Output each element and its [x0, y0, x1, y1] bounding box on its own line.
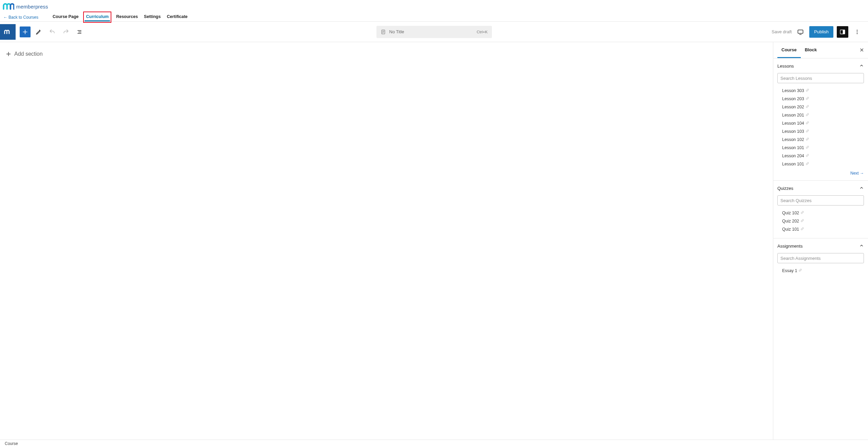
assignments-panel-title: Assignments — [777, 244, 802, 249]
quizzes-panel-title: Quizzes — [777, 186, 793, 191]
document-overview-button[interactable] — [74, 26, 85, 37]
link-icon — [806, 121, 809, 126]
list-item-label: Lesson 204 — [782, 154, 804, 158]
document-title-bar[interactable]: No Title Ctrl+K — [376, 26, 492, 38]
link-icon — [800, 227, 804, 232]
document-title-text: No Title — [389, 29, 404, 34]
svg-point-6 — [857, 33, 858, 34]
sidebar-tab-course[interactable]: Course — [777, 42, 801, 58]
list-item-label: Quiz 102 — [782, 211, 799, 215]
list-item[interactable]: Lesson 303 — [782, 87, 864, 95]
link-icon — [806, 145, 809, 150]
tab-settings[interactable]: Settings — [144, 13, 161, 21]
lessons-search-input[interactable] — [777, 73, 864, 83]
app-logo[interactable] — [0, 24, 16, 40]
chevron-up-icon — [859, 243, 864, 249]
list-item[interactable]: Lesson 102 — [782, 136, 864, 144]
list-item[interactable]: Lesson 202 — [782, 103, 864, 111]
chevron-up-icon — [859, 63, 864, 69]
assignments-list: Essay 1 — [777, 266, 864, 275]
back-to-courses-label: Back to Courses — [8, 15, 38, 20]
list-item[interactable]: Lesson 204 — [782, 152, 864, 160]
publish-button[interactable]: Publish — [809, 26, 833, 38]
list-item-label: Essay 1 — [782, 268, 797, 273]
list-item-label: Lesson 104 — [782, 121, 804, 126]
link-icon — [806, 162, 809, 166]
quizzes-panel: Quizzes Quiz 102Quiz 202Quiz 101 — [773, 181, 868, 238]
list-item-label: Quiz 101 — [782, 227, 799, 232]
lessons-list: Lesson 303Lesson 203Lesson 202Lesson 201… — [777, 86, 864, 168]
list-item[interactable]: Quiz 202 — [782, 217, 864, 225]
pencil-icon — [35, 29, 42, 35]
editor-canvas[interactable]: Add section — [0, 42, 773, 440]
assignments-panel-toggle[interactable]: Assignments — [777, 243, 864, 249]
list-item[interactable]: Lesson 101 — [782, 160, 864, 168]
add-block-button[interactable] — [20, 26, 31, 37]
list-item[interactable]: Lesson 104 — [782, 119, 864, 127]
link-icon — [806, 154, 809, 158]
link-icon — [806, 137, 809, 142]
brand-name: memberpress — [16, 4, 48, 10]
link-icon — [806, 113, 809, 118]
lessons-panel-toggle[interactable]: Lessons — [777, 63, 864, 69]
svg-point-4 — [857, 30, 858, 31]
list-item[interactable]: Lesson 101 — [782, 144, 864, 152]
tab-certificate[interactable]: Certificate — [167, 13, 187, 21]
tab-course-page[interactable]: Course Page — [53, 13, 78, 21]
plus-icon — [22, 29, 29, 35]
redo-icon — [62, 29, 69, 35]
desktop-icon — [797, 29, 804, 35]
preview-button[interactable] — [795, 26, 806, 37]
link-icon — [800, 219, 804, 224]
svg-rect-1 — [798, 30, 803, 33]
settings-panel-toggle[interactable] — [837, 26, 848, 38]
list-item[interactable]: Lesson 201 — [782, 111, 864, 119]
undo-icon — [49, 29, 56, 35]
page-icon — [381, 29, 386, 35]
status-bar: Course — [0, 440, 868, 447]
plus-icon — [5, 51, 12, 57]
list-item[interactable]: Quiz 101 — [782, 225, 864, 233]
chevron-up-icon — [859, 185, 864, 191]
list-item-label: Lesson 303 — [782, 88, 804, 93]
tab-resources[interactable]: Resources — [116, 13, 138, 21]
list-icon — [76, 29, 83, 35]
sidebar-tabs: Course Block ✕ — [773, 42, 868, 58]
more-options-button[interactable] — [852, 26, 863, 37]
list-item[interactable]: Lesson 103 — [782, 127, 864, 136]
assignments-search-input[interactable] — [777, 253, 864, 263]
lessons-panel-title: Lessons — [777, 64, 794, 69]
link-icon — [800, 211, 804, 215]
undo-button[interactable] — [47, 26, 58, 37]
quizzes-search-input[interactable] — [777, 195, 864, 205]
list-item-label: Lesson 202 — [782, 105, 804, 109]
shortcut-hint: Ctrl+K — [477, 30, 487, 34]
link-icon — [798, 268, 802, 273]
sidebar-tab-block[interactable]: Block — [801, 42, 821, 58]
svg-point-5 — [857, 31, 858, 32]
link-icon — [806, 129, 809, 134]
kebab-icon — [854, 29, 861, 35]
list-item-label: Lesson 102 — [782, 137, 804, 142]
course-nav: ← Back to Courses Course Page Curriculum… — [0, 13, 868, 22]
lessons-next-link[interactable]: Next → — [850, 171, 864, 176]
back-to-courses-link[interactable]: ← Back to Courses — [3, 15, 38, 20]
edit-mode-button[interactable] — [33, 26, 44, 37]
link-icon — [806, 88, 809, 93]
list-item[interactable]: Quiz 102 — [782, 209, 864, 217]
list-item-label: Lesson 101 — [782, 145, 804, 150]
list-item-label: Lesson 203 — [782, 96, 804, 101]
list-item-label: Lesson 201 — [782, 113, 804, 118]
redo-button[interactable] — [60, 26, 71, 37]
quizzes-panel-toggle[interactable]: Quizzes — [777, 185, 864, 191]
breadcrumb[interactable]: Course — [5, 441, 18, 446]
save-draft-button[interactable]: Save draft — [772, 29, 792, 34]
add-section-button[interactable]: Add section — [5, 49, 768, 59]
quizzes-list: Quiz 102Quiz 202Quiz 101 — [777, 208, 864, 233]
arrow-left-icon: ← — [3, 15, 7, 20]
list-item[interactable]: Lesson 203 — [782, 95, 864, 103]
list-item[interactable]: Essay 1 — [782, 267, 864, 275]
tab-curriculum[interactable]: Curriculum — [85, 13, 110, 21]
close-sidebar-button[interactable]: ✕ — [860, 47, 864, 53]
list-item-label: Quiz 202 — [782, 219, 799, 224]
